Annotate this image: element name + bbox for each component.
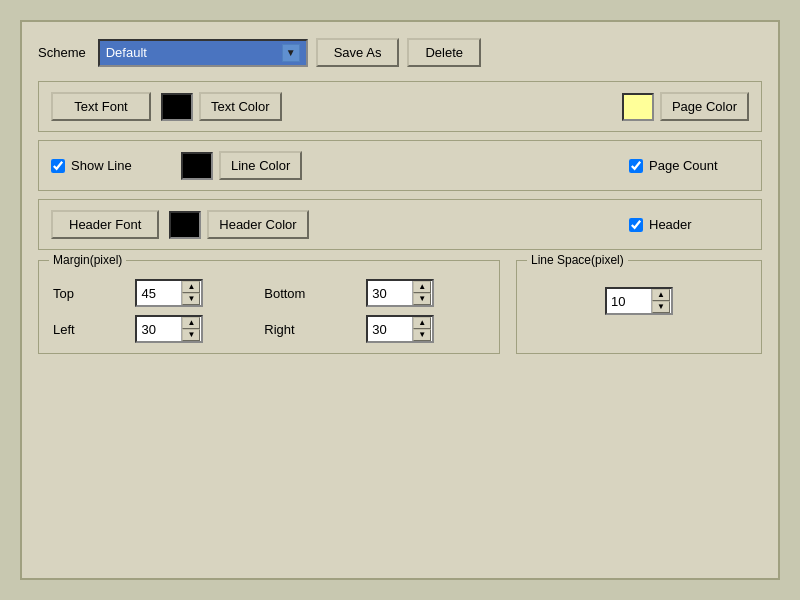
margin-panel: Margin(pixel) Top ▲ ▼ Bottom ▲ ▼ — [38, 260, 500, 354]
top-input[interactable] — [137, 284, 181, 303]
show-line-checkbox[interactable] — [51, 159, 65, 173]
page-count-label: Page Count — [649, 158, 718, 173]
line-color-swatch[interactable] — [181, 152, 213, 180]
top-spin-buttons: ▲ ▼ — [181, 281, 200, 305]
linespace-group-title: Line Space(pixel) — [527, 253, 628, 267]
main-panel: Scheme Default ▼ Save As Delete Text Fon… — [20, 20, 780, 580]
show-line-group: Show Line — [51, 158, 171, 173]
right-spin-buttons: ▲ ▼ — [412, 317, 431, 341]
scheme-label: Scheme — [38, 45, 86, 60]
text-color-swatch[interactable] — [161, 93, 193, 121]
dropdown-arrow-icon[interactable]: ▼ — [282, 44, 300, 62]
right-spinbox[interactable]: ▲ ▼ — [366, 315, 434, 343]
bottom-input[interactable] — [368, 284, 412, 303]
delete-button[interactable]: Delete — [407, 38, 481, 67]
header-label: Header — [649, 217, 692, 232]
left-spin-buttons: ▲ ▼ — [181, 317, 200, 341]
bottom-spin-up[interactable]: ▲ — [413, 281, 431, 293]
left-spinbox[interactable]: ▲ ▼ — [135, 315, 203, 343]
row-text-font-color: Text Font Text Color Page Color — [38, 81, 762, 132]
margin-group-title: Margin(pixel) — [49, 253, 126, 267]
line-color-button[interactable]: Line Color — [219, 151, 302, 180]
top-spinbox[interactable]: ▲ ▼ — [135, 279, 203, 307]
page-count-checkbox[interactable] — [629, 159, 643, 173]
margin-grid: Top ▲ ▼ Bottom ▲ ▼ Left — [53, 279, 485, 343]
left-input[interactable] — [137, 320, 181, 339]
header-color-group: Header Color — [169, 210, 308, 239]
page-color-swatch[interactable] — [622, 93, 654, 121]
page-color-group: Page Color — [622, 92, 749, 121]
linespace-panel: Line Space(pixel) ▲ ▼ — [516, 260, 762, 354]
top-label: Top — [53, 286, 125, 301]
linespace-spinbox[interactable]: ▲ ▼ — [605, 287, 673, 315]
linespace-spin-buttons: ▲ ▼ — [651, 289, 670, 313]
top-spin-up[interactable]: ▲ — [182, 281, 200, 293]
scheme-value: Default — [106, 45, 278, 60]
top-spin-down[interactable]: ▼ — [182, 293, 200, 305]
bottom-spin-buttons: ▲ ▼ — [412, 281, 431, 305]
text-font-button[interactable]: Text Font — [51, 92, 151, 121]
right-spin-up[interactable]: ▲ — [413, 317, 431, 329]
bottom-row: Margin(pixel) Top ▲ ▼ Bottom ▲ ▼ — [38, 260, 762, 354]
header-checkbox[interactable] — [629, 218, 643, 232]
page-color-button[interactable]: Page Color — [660, 92, 749, 121]
header-group: Header — [629, 217, 749, 232]
right-input[interactable] — [368, 320, 412, 339]
right-spin-down[interactable]: ▼ — [413, 329, 431, 341]
left-label: Left — [53, 322, 125, 337]
bottom-spinbox[interactable]: ▲ ▼ — [366, 279, 434, 307]
header-font-button[interactable]: Header Font — [51, 210, 159, 239]
save-as-button[interactable]: Save As — [316, 38, 400, 67]
scheme-row: Scheme Default ▼ Save As Delete — [38, 38, 762, 67]
left-spin-up[interactable]: ▲ — [182, 317, 200, 329]
bottom-spin-down[interactable]: ▼ — [413, 293, 431, 305]
row-line-pagecount: Show Line Line Color Page Count — [38, 140, 762, 191]
right-label: Right — [264, 322, 356, 337]
linespace-input[interactable] — [607, 292, 651, 311]
show-line-label: Show Line — [71, 158, 132, 173]
page-count-group: Page Count — [629, 158, 749, 173]
linespace-spin-down[interactable]: ▼ — [652, 301, 670, 313]
line-color-group: Line Color — [181, 151, 302, 180]
linespace-content: ▲ ▼ — [531, 287, 747, 315]
header-color-swatch[interactable] — [169, 211, 201, 239]
text-color-group: Text Color — [161, 92, 282, 121]
bottom-label: Bottom — [264, 286, 356, 301]
scheme-dropdown[interactable]: Default ▼ — [98, 39, 308, 67]
linespace-spin-up[interactable]: ▲ — [652, 289, 670, 301]
text-color-button[interactable]: Text Color — [199, 92, 282, 121]
header-color-button[interactable]: Header Color — [207, 210, 308, 239]
left-spin-down[interactable]: ▼ — [182, 329, 200, 341]
row-header: Header Font Header Color Header — [38, 199, 762, 250]
